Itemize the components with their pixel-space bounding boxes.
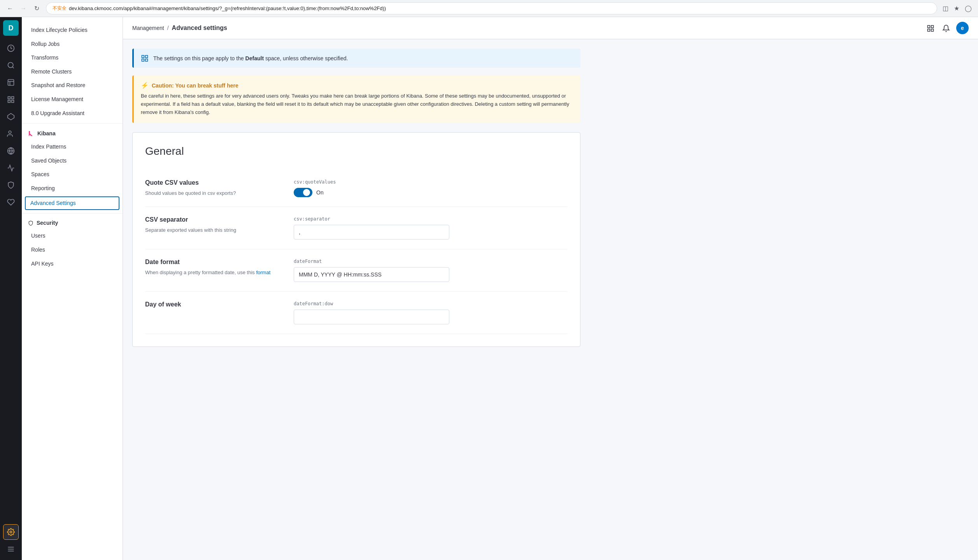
sidebar-item-advanced-settings[interactable]: Advanced Settings <box>25 196 119 210</box>
setting-key-date-format: dateFormat <box>294 259 568 264</box>
sidebar-item-snapshot-restore[interactable]: Snapshot and Restore <box>22 79 123 93</box>
sidebar-item-api-keys[interactable]: API Keys <box>22 257 123 271</box>
security-section-header: Security <box>22 217 123 229</box>
setting-desc-quote-csv: Should values be quoted in csv exports? <box>145 189 281 197</box>
cast-button[interactable]: ◫ <box>941 3 950 14</box>
browser-actions: ◫ ★ ◯ <box>941 3 973 14</box>
nav-icon-maps[interactable] <box>3 143 19 159</box>
day-of-week-input[interactable] <box>294 310 449 324</box>
user-avatar[interactable]: e <box>956 22 969 34</box>
date-format-link[interactable]: format <box>256 270 270 275</box>
breadcrumb-current: Advanced settings <box>172 24 227 32</box>
nav-icon-collapse[interactable] <box>3 541 19 557</box>
sidebar-item-remote-clusters[interactable]: Remote Clusters <box>22 65 123 79</box>
svg-point-14 <box>10 531 12 533</box>
setting-info-date-format: Date format When displaying a pretty for… <box>145 259 281 282</box>
sidebar-item-spaces[interactable]: Spaces <box>22 168 123 182</box>
breadcrumb-parent[interactable]: Management <box>132 25 164 31</box>
kibana-logo-icon <box>28 130 34 137</box>
content-body: The settings on this page apply to the D… <box>123 39 590 356</box>
info-banner-text: The settings on this page apply to the D… <box>153 55 348 61</box>
notifications-button[interactable] <box>941 22 952 33</box>
setting-title-csv-separator: CSV separator <box>145 216 281 223</box>
nav-icon-clock[interactable] <box>3 40 19 56</box>
nav-icon-discover[interactable] <box>3 58 19 73</box>
address-bar[interactable]: 不安全 dev.kibana.ckmooc.com/app/kibana#/ma… <box>46 2 937 14</box>
setting-info-quote-csv: Quote CSV values Should values be quoted… <box>145 179 281 197</box>
settings-card: General Quote CSV values Should values b… <box>132 132 580 347</box>
kibana-section-header: Kibana <box>22 127 123 140</box>
toggle-label-quote-csv: On <box>316 189 324 196</box>
nav-icon-canvas[interactable] <box>3 109 19 124</box>
sidebar-item-index-patterns[interactable]: Index Patterns <box>22 140 123 154</box>
nav-icon-uptime[interactable] <box>3 194 19 210</box>
setting-key-day-of-week: dateFormat:dow <box>294 301 568 306</box>
svg-rect-21 <box>931 29 934 31</box>
nav-icon-siem[interactable] <box>3 177 19 193</box>
header-actions: e <box>925 22 969 34</box>
setting-key-csv-separator: csv:separator <box>294 216 568 222</box>
profile-button[interactable]: ◯ <box>963 3 973 14</box>
sidebar-item-index-lifecycle-policies[interactable]: Index Lifecycle Policies <box>22 23 123 37</box>
url-text: dev.kibana.ckmooc.com/app/kibana#/manage… <box>69 5 386 11</box>
svg-rect-22 <box>142 56 144 58</box>
setting-info-csv-separator: CSV separator Separate exported values w… <box>145 216 281 240</box>
setting-desc-csv-separator: Separate exported values with this strin… <box>145 226 281 234</box>
csv-separator-input[interactable] <box>294 225 449 240</box>
nav-icon-visualize[interactable] <box>3 75 19 90</box>
date-format-input[interactable] <box>294 267 449 282</box>
info-banner: The settings on this page apply to the D… <box>132 49 580 68</box>
browser-bar: ← → ↻ 不安全 dev.kibana.ckmooc.com/app/kiba… <box>0 0 978 17</box>
sidebar-divider-2 <box>22 213 123 214</box>
setting-control-day-of-week: dateFormat:dow <box>294 301 568 324</box>
nav-icon-management[interactable] <box>3 524 19 540</box>
svg-rect-18 <box>928 25 930 28</box>
svg-rect-9 <box>12 100 14 103</box>
sidebar-item-roles[interactable]: Roles <box>22 243 123 257</box>
svg-rect-23 <box>145 56 148 58</box>
nav-icon-dashboard[interactable] <box>3 92 19 107</box>
svg-rect-6 <box>8 97 11 99</box>
sidebar-item-transforms[interactable]: Transforms <box>22 51 123 65</box>
sidebar-item-license-management[interactable]: License Management <box>22 93 123 107</box>
svg-rect-3 <box>8 80 14 86</box>
nav-icon-apm[interactable] <box>3 160 19 176</box>
spaces-button[interactable] <box>925 22 936 33</box>
security-warning: 不安全 <box>53 5 67 12</box>
svg-rect-24 <box>142 59 144 61</box>
main-content: Management / Advanced settings e <box>123 17 978 560</box>
svg-rect-8 <box>8 100 11 103</box>
sidebar-item-users[interactable]: Users <box>22 229 123 243</box>
sidebar-item-upgrade-assistant[interactable]: 8.0 Upgrade Assistant <box>22 107 123 121</box>
sidebar-item-reporting[interactable]: Reporting <box>22 182 123 196</box>
warning-banner: ⚡ Caution: You can break stuff here Be c… <box>132 75 580 122</box>
warning-title-text: Caution: You can break stuff here <box>152 82 238 89</box>
breadcrumb: Management / Advanced settings <box>132 24 227 32</box>
svg-point-1 <box>8 63 13 68</box>
warning-body-text: Be careful in here, these settings are f… <box>141 92 573 116</box>
sidebar-divider-1 <box>22 123 123 124</box>
forward-button[interactable]: → <box>18 3 29 14</box>
kibana-section-label: Kibana <box>37 130 56 136</box>
sidebar-item-rollup-jobs[interactable]: Rollup Jobs <box>22 37 123 51</box>
setting-title-quote-csv: Quote CSV values <box>145 179 281 186</box>
svg-rect-20 <box>928 29 930 31</box>
setting-info-day-of-week: Day of week <box>145 301 281 324</box>
browser-navigation: ← → ↻ <box>5 3 42 14</box>
app-logo[interactable]: D <box>3 20 19 36</box>
setting-desc-date-format: When displaying a pretty formatted date,… <box>145 269 281 276</box>
reload-button[interactable]: ↻ <box>31 3 42 14</box>
setting-title-day-of-week: Day of week <box>145 301 281 308</box>
setting-row-csv-separator: CSV separator Separate exported values w… <box>145 207 568 249</box>
left-sidebar: Index Lifecycle Policies Rollup Jobs Tra… <box>22 17 123 560</box>
nav-icon-ml[interactable] <box>3 126 19 142</box>
bookmark-button[interactable]: ★ <box>952 3 961 14</box>
svg-point-11 <box>9 131 11 134</box>
section-title: General <box>145 145 568 158</box>
sidebar-item-saved-objects[interactable]: Saved Objects <box>22 154 123 168</box>
toggle-slider-quote-csv <box>294 188 312 197</box>
back-button[interactable]: ← <box>5 3 16 14</box>
toggle-quote-csv[interactable] <box>294 188 312 197</box>
setting-control-quote-csv: csv:quoteValues On <box>294 179 568 197</box>
setting-row-day-of-week: Day of week dateFormat:dow <box>145 292 568 334</box>
